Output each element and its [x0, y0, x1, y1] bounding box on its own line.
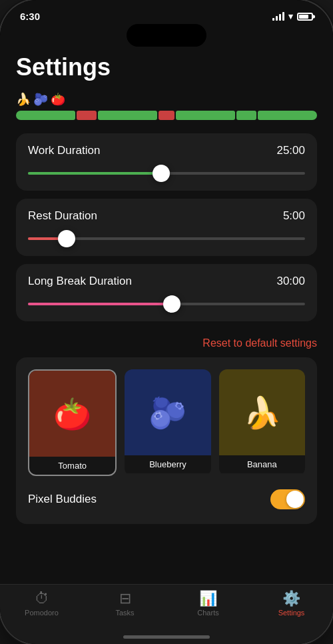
- blueberry-image: 🫐: [125, 369, 210, 455]
- long-break-label: Long Break Duration: [28, 275, 132, 288]
- blueberry-mini-icon: 🫐: [33, 92, 48, 107]
- characters-grid: 🍅 Tomato 🫐 Blueberry 🍌: [28, 369, 305, 476]
- tab-pomodoro[interactable]: ⏱ Pomodoro: [0, 591, 83, 617]
- banana-image: 🍌: [219, 369, 305, 455]
- characters-section: 🍅 Tomato 🫐 Blueberry 🍌: [16, 357, 317, 524]
- character-tomato[interactable]: 🍅 Tomato: [28, 369, 117, 476]
- character-blueberry[interactable]: 🫐 Blueberry: [125, 369, 210, 476]
- reset-label[interactable]: Reset to default settings: [202, 337, 317, 349]
- status-bar: 6:30 ▾: [0, 0, 333, 27]
- tasks-tab-label: Tasks: [115, 609, 134, 617]
- home-indicator: [123, 635, 210, 639]
- tab-tasks[interactable]: ⊟ Tasks: [83, 591, 166, 617]
- phone-screen: 6:30 ▾ Settings: [0, 0, 333, 644]
- pomodoro-tab-icon: ⏱: [35, 591, 49, 606]
- pixel-buddies-label: Pixel Buddies: [28, 493, 97, 506]
- work-duration-fill: [28, 172, 161, 175]
- work-duration-label: Work Duration: [28, 144, 100, 157]
- settings-tab-icon: ⚙️: [282, 591, 300, 606]
- banana-mini-icon: 🍌: [16, 92, 31, 107]
- blueberry-icon: 🫐: [149, 395, 186, 431]
- tab-settings[interactable]: ⚙️ Settings: [250, 591, 333, 617]
- character-banana[interactable]: 🍌 Banana: [219, 369, 305, 476]
- wifi-icon: ▾: [288, 11, 293, 21]
- pixel-buddies-row: Pixel Buddies: [28, 487, 305, 512]
- rest-duration-value: 5:00: [283, 209, 305, 223]
- rest-duration-label: Rest Duration: [28, 209, 97, 223]
- long-break-slider[interactable]: [28, 297, 305, 311]
- banana-icon: 🍌: [243, 395, 281, 431]
- battery-icon: [297, 13, 313, 21]
- tomato-icon: 🍅: [53, 396, 91, 432]
- pixel-buddies-bar: 🍌 🫐 🍅: [16, 92, 317, 107]
- pomodoro-tab-label: Pomodoro: [25, 609, 59, 617]
- screen-content: Settings 🍌 🫐 🍅: [0, 53, 333, 611]
- long-break-thumb[interactable]: [163, 295, 180, 313]
- settings-tab-label: Settings: [278, 609, 305, 617]
- tomato-image: 🍅: [29, 371, 115, 457]
- tab-charts[interactable]: 📊 Charts: [166, 591, 250, 617]
- pomodoro-progress: 🍌 🫐 🍅: [16, 92, 317, 120]
- phone-frame: 6:30 ▾ Settings: [0, 0, 333, 644]
- rest-duration-card: Rest Duration 5:00: [16, 199, 317, 256]
- status-icons: ▾: [272, 11, 313, 21]
- toggle-knob: [286, 491, 304, 508]
- tasks-tab-icon: ⊟: [119, 591, 131, 606]
- charts-tab-label: Charts: [197, 609, 218, 617]
- work-duration-thumb[interactable]: [153, 165, 170, 182]
- pixel-buddies-toggle[interactable]: [270, 489, 305, 509]
- charts-tab-icon: 📊: [199, 591, 217, 606]
- dynamic-island: [127, 24, 206, 47]
- page-title: Settings: [16, 53, 317, 81]
- status-time: 6:30: [20, 11, 40, 22]
- tomato-mini-icon: 🍅: [51, 92, 65, 107]
- reset-button[interactable]: Reset to default settings: [16, 329, 317, 357]
- long-break-value: 30:00: [276, 275, 305, 288]
- banana-label: Banana: [219, 455, 305, 473]
- long-break-duration-card: Long Break Duration 30:00: [16, 264, 317, 321]
- rest-duration-slider[interactable]: [28, 232, 305, 245]
- work-duration-slider[interactable]: [28, 167, 305, 180]
- work-duration-value: 25:00: [276, 144, 305, 157]
- work-duration-card: Work Duration 25:00: [16, 133, 317, 191]
- rest-duration-thumb[interactable]: [58, 230, 75, 247]
- blueberry-label: Blueberry: [125, 455, 210, 473]
- pomodoro-segments-track: [16, 111, 317, 120]
- signal-icon: [272, 12, 284, 21]
- tomato-label: Tomato: [29, 457, 115, 475]
- long-break-fill: [28, 303, 172, 305]
